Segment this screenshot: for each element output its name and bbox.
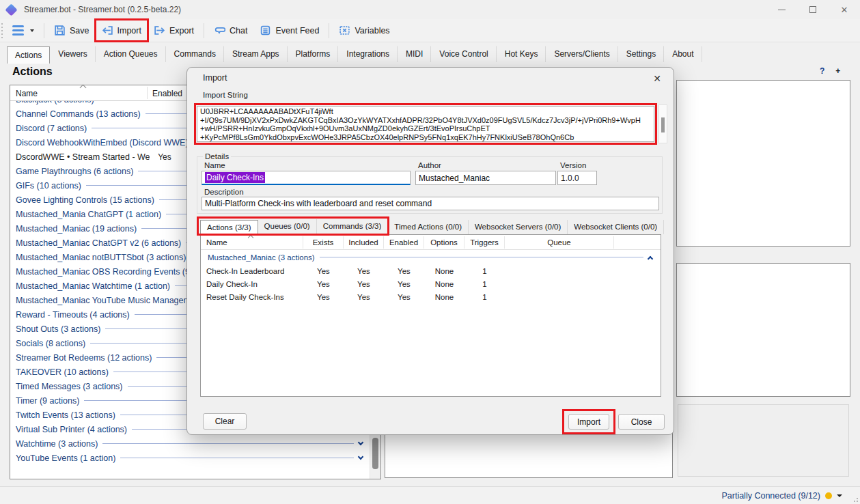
tab-websocket-clients-count[interactable]: Websocket Clients (0/0) — [568, 220, 664, 234]
tab-voice-control[interactable]: Voice Control — [431, 46, 496, 62]
tab-commands[interactable]: Commands — [166, 46, 224, 62]
save-button[interactable]: Save — [48, 22, 95, 39]
window-title: Streamer.bot - Streamer.bot (0.2.5-beta.… — [24, 5, 181, 14]
sort-asc-icon — [80, 85, 87, 92]
details-groupbox: Details Name Daily Check-Ins Author Vers… — [197, 156, 663, 214]
chevron-down-icon — [30, 29, 34, 32]
main-tab-strip: Actions Viewers Action Queues Commands S… — [0, 43, 860, 63]
tab-actions[interactable]: Actions — [7, 46, 50, 64]
details-legend: Details — [203, 152, 231, 160]
page-title: Actions — [12, 66, 53, 78]
hamburger-icon — [12, 25, 24, 36]
chat-icon — [214, 25, 225, 36]
list-item[interactable]: YouTube Events (1 action) — [10, 451, 370, 465]
minimize-button[interactable] — [766, 0, 797, 19]
resize-grip[interactable] — [851, 495, 858, 502]
column-enabled[interactable]: Enabled — [152, 89, 182, 98]
tab-integrations[interactable]: Integrations — [338, 46, 398, 62]
tab-queues-count[interactable]: Queues (0/0) — [258, 219, 317, 234]
dialog-title: Import — [203, 73, 227, 83]
tab-servers-clients[interactable]: Servers/Clients — [546, 46, 618, 62]
chat-button[interactable]: Chat — [208, 22, 253, 39]
tab-settings[interactable]: Settings — [618, 46, 664, 62]
author-label: Author — [418, 161, 441, 169]
right-groupbox — [678, 404, 849, 477]
right-lower-panel — [676, 263, 850, 397]
connection-status-dot-icon — [825, 492, 832, 499]
variables-button[interactable]: Variables — [333, 22, 395, 39]
tab-about[interactable]: About — [664, 46, 702, 62]
author-field[interactable] — [415, 171, 556, 185]
import-button[interactable]: Import — [96, 22, 147, 39]
import-icon — [102, 25, 113, 36]
table-row[interactable]: Check-In Leaderboard Yes Yes Yes None 1 — [201, 264, 661, 277]
enabled-value: Yes — [144, 152, 185, 162]
close-window-button[interactable]: ✕ — [829, 0, 860, 19]
tab-midi[interactable]: MIDI — [398, 46, 431, 62]
connection-status: Partially Connected (9/12) — [721, 491, 820, 501]
chevron-up-icon[interactable] — [648, 255, 653, 261]
import-string-scrollbar[interactable] — [658, 104, 667, 143]
add-trigger-button[interactable]: + — [835, 66, 840, 76]
chevron-down-icon[interactable] — [837, 494, 842, 497]
description-field[interactable] — [202, 197, 659, 210]
list-item[interactable]: Watchtime (3 actions) — [10, 436, 370, 451]
tab-platforms[interactable]: Platforms — [288, 46, 339, 62]
import-dialog: Import ✕ Import String U0JBRR+LCAAAAAAAB… — [186, 67, 674, 435]
event-feed-button[interactable]: Event Feed — [254, 22, 324, 39]
table-group-row[interactable]: Mustached_Maniac (3 actions) — [201, 250, 661, 264]
version-label: Version — [560, 161, 586, 169]
description-label: Description — [204, 188, 244, 196]
table-row[interactable]: Daily Check-In Yes Yes Yes None 1 — [201, 277, 661, 290]
app-logo-icon — [5, 3, 17, 16]
chevron-down-icon[interactable] — [358, 454, 363, 460]
import-actions-table: Name Exists Included Enabled Options Tri… — [200, 234, 661, 397]
name-label: Name — [204, 161, 225, 169]
tab-websocket-servers-count[interactable]: Websocket Servers (0/0) — [469, 220, 568, 234]
table-header[interactable]: Name Exists Included Enabled Options Tri… — [201, 235, 661, 250]
name-field[interactable]: Daily Check-Ins — [202, 171, 411, 185]
import-string-textarea[interactable]: U0JBRR+LCAAAAAAABADtXFuT4jiWft +I/Q9s7UM… — [197, 106, 654, 142]
tab-action-queues[interactable]: Action Queues — [96, 46, 166, 62]
help-button[interactable]: ? — [820, 66, 824, 76]
import-string-label: Import String — [203, 91, 248, 99]
dialog-close-button-bottom[interactable]: Close — [618, 414, 665, 430]
chevron-down-icon[interactable] — [358, 440, 363, 445]
version-field[interactable] — [557, 171, 597, 185]
tab-viewers[interactable]: Viewers — [50, 46, 95, 62]
column-name[interactable]: Name — [16, 89, 38, 98]
selected-text: Daily Check-Ins — [205, 172, 265, 183]
dialog-tab-strip: Actions (3/3) Queues (0/0) Commands (3/3… — [200, 218, 664, 234]
maximize-button[interactable] — [797, 0, 829, 19]
tab-hot-keys[interactable]: Hot Keys — [497, 46, 546, 62]
dialog-import-button[interactable]: Import — [568, 414, 609, 430]
tab-stream-apps[interactable]: Stream Apps — [224, 46, 288, 62]
status-bar: Partially Connected (9/12) — [0, 486, 860, 504]
menu-button[interactable] — [7, 23, 40, 38]
variables-icon — [339, 25, 350, 36]
export-button[interactable]: Export — [148, 22, 199, 39]
scrollbar-thumb[interactable] — [372, 438, 378, 469]
table-row[interactable]: Reset Daily Check-Ins Yes Yes Yes None 1 — [201, 290, 661, 303]
tab-actions-count[interactable]: Actions (3/3) — [200, 220, 258, 235]
clear-button[interactable]: Clear — [203, 413, 247, 430]
tab-commands-count[interactable]: Commands (3/3) — [317, 219, 389, 234]
toolbar: Save Import Export Chat Event Feed — [0, 19, 860, 42]
save-icon — [54, 25, 66, 36]
scrollbar-thumb[interactable] — [661, 117, 665, 132]
toolbar-grip[interactable] — [1, 23, 3, 38]
event-feed-icon — [260, 25, 271, 36]
title-bar: Streamer.bot - Streamer.bot (0.2.5-beta.… — [0, 0, 860, 19]
triggers-panel — [676, 80, 850, 247]
export-icon — [154, 25, 165, 36]
dialog-close-button[interactable]: ✕ — [650, 72, 664, 85]
tab-timed-actions-count[interactable]: Timed Actions (0/0) — [388, 220, 469, 234]
